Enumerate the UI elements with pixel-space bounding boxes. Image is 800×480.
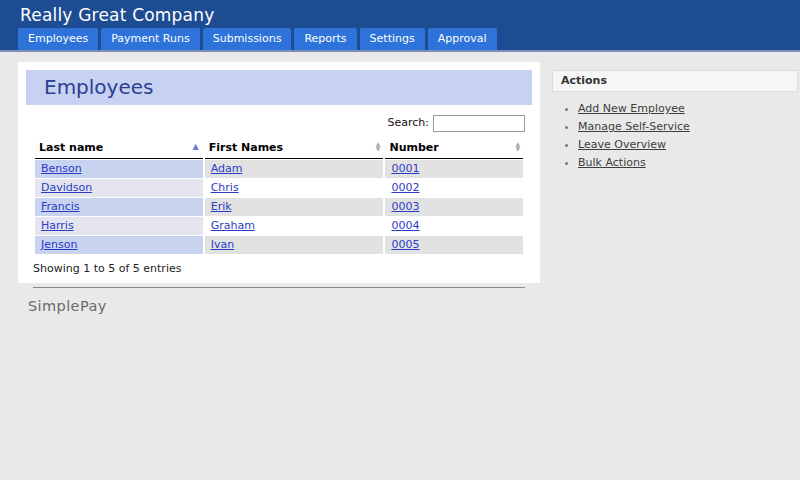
employee-first-names-link[interactable]: Erik <box>211 200 232 213</box>
list-item: Manage Self-Service <box>578 120 798 133</box>
tab-submissions[interactable]: Submissions <box>203 28 292 50</box>
employee-last-name-link[interactable]: Harris <box>41 219 74 232</box>
tab-employees[interactable]: Employees <box>18 28 98 50</box>
column-header-first-names[interactable]: ▲▼ First Names <box>205 138 384 159</box>
table-row: Francis Erik 0003 <box>35 198 523 216</box>
manage-self-service-link[interactable]: Manage Self-Service <box>578 120 690 133</box>
table-row: Davidson Chris 0002 <box>35 179 523 197</box>
table-row: Harris Graham 0004 <box>35 217 523 235</box>
employee-first-names-link[interactable]: Graham <box>211 219 255 232</box>
tab-reports[interactable]: Reports <box>294 28 356 50</box>
page-title: Employees <box>26 70 532 105</box>
column-header-last-name[interactable]: ▲ Last name <box>35 138 203 159</box>
actions-header: Actions <box>552 70 798 92</box>
add-new-employee-link[interactable]: Add New Employee <box>578 102 685 115</box>
simplepay-logo: SimplePay <box>28 298 107 314</box>
column-header-number[interactable]: ▲▼ Number <box>385 138 523 159</box>
sort-both-icon: ▲▼ <box>515 141 519 151</box>
tab-settings[interactable]: Settings <box>360 28 425 50</box>
table-header-row: ▲ Last name ▲▼ First Names ▲▼ Number <box>35 138 523 159</box>
actions-sidebar: Actions Add New Employee Manage Self-Ser… <box>552 70 798 174</box>
tab-payment-runs[interactable]: Payment Runs <box>101 28 199 50</box>
employee-first-names-link[interactable]: Ivan <box>211 238 234 251</box>
search-label: Search: <box>388 116 430 129</box>
table-row: Jenson Ivan 0005 <box>35 236 523 254</box>
bulk-actions-link[interactable]: Bulk Actions <box>578 156 646 169</box>
employee-first-names-link[interactable]: Chris <box>211 181 239 194</box>
tab-approval[interactable]: Approval <box>428 28 497 50</box>
list-item: Bulk Actions <box>578 156 798 169</box>
table-info: Showing 1 to 5 of 5 entries <box>33 262 525 275</box>
search-row: Search: <box>33 113 525 133</box>
employee-last-name-link[interactable]: Benson <box>41 162 82 175</box>
employee-number-link[interactable]: 0004 <box>391 219 419 232</box>
employee-last-name-link[interactable]: Francis <box>41 200 80 213</box>
main-nav: Employees Payment Runs Submissions Repor… <box>18 28 497 50</box>
company-title: Really Great Company <box>0 0 800 25</box>
app-header: Really Great Company Employees Payment R… <box>0 0 800 52</box>
search-input[interactable] <box>433 115 525 132</box>
sort-asc-icon: ▲ <box>193 141 199 152</box>
employees-table: ▲ Last name ▲▼ First Names ▲▼ Number Ben… <box>33 137 525 255</box>
actions-list: Add New Employee Manage Self-Service Lea… <box>578 102 798 169</box>
card-divider <box>33 287 525 288</box>
employee-number-link[interactable]: 0001 <box>391 162 419 175</box>
employee-first-names-link[interactable]: Adam <box>211 162 243 175</box>
employee-number-link[interactable]: 0005 <box>391 238 419 251</box>
sort-both-icon: ▲▼ <box>376 141 380 151</box>
table-row: Benson Adam 0001 <box>35 160 523 178</box>
employee-number-link[interactable]: 0002 <box>391 181 419 194</box>
leave-overview-link[interactable]: Leave Overview <box>578 138 666 151</box>
list-item: Add New Employee <box>578 102 798 115</box>
list-item: Leave Overview <box>578 138 798 151</box>
employees-card: Employees Search: ▲ Last name ▲▼ First N… <box>18 62 540 283</box>
employee-number-link[interactable]: 0003 <box>391 200 419 213</box>
employee-last-name-link[interactable]: Jenson <box>41 238 77 251</box>
employee-last-name-link[interactable]: Davidson <box>41 181 92 194</box>
